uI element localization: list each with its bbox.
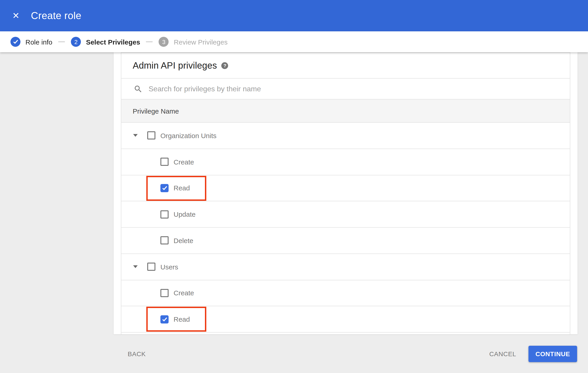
row-users-create: Create [121, 280, 570, 306]
collapse-arrow-icon[interactable] [133, 134, 138, 137]
checkbox-ou-update[interactable] [160, 210, 168, 218]
content-area: Admin API privileges ? Privilege Name [0, 52, 588, 335]
step-number-badge: 3 [159, 37, 169, 47]
step-connector [146, 41, 153, 42]
row-users-read: Read [121, 306, 570, 333]
close-icon[interactable]: ✕ [11, 11, 21, 20]
section-heading: Admin API privileges [133, 60, 217, 71]
step-role-info[interactable]: Role info [10, 37, 52, 47]
privilege-label: Update [174, 210, 196, 218]
cancel-button[interactable]: CANCEL [489, 350, 516, 358]
row-ou-read: Read [121, 175, 570, 201]
checkbox-organization-units[interactable] [147, 132, 155, 140]
row-ou-delete: Delete [121, 228, 570, 254]
privilege-label: Create [174, 158, 194, 166]
search-input[interactable] [149, 85, 439, 93]
step-review-privileges[interactable]: 3 Review Privileges [159, 37, 228, 47]
checkbox-ou-delete[interactable] [160, 237, 168, 245]
privileges-card: Admin API privileges ? Privilege Name [114, 52, 578, 334]
app-bar: ✕ Create role [0, 0, 588, 31]
privilege-label: Users [160, 263, 178, 270]
search-icon [134, 84, 143, 93]
row-users: Users [121, 254, 570, 280]
privilege-search-row [121, 79, 570, 100]
step-label: Review Privileges [174, 38, 228, 46]
step-connector [58, 41, 65, 42]
table-header-row: Privilege Name [121, 100, 570, 123]
checkbox-users[interactable] [147, 263, 155, 271]
section-heading-row: Admin API privileges ? [121, 53, 570, 79]
column-header: Privilege Name [133, 107, 179, 115]
privilege-label: Create [174, 289, 194, 297]
step-label: Select Privileges [86, 38, 140, 46]
create-role-dialog: ✕ Create role Role info 2 Select Privile… [0, 0, 588, 373]
row-ou-update: Update [121, 201, 570, 228]
privilege-label: Organization Units [160, 132, 217, 139]
step-label: Role info [25, 38, 52, 46]
privilege-label: Read [174, 184, 190, 192]
clipped-row [121, 332, 570, 334]
checkbox-ou-create[interactable] [160, 158, 168, 166]
privileges-table: Admin API privileges ? Privilege Name [121, 52, 570, 334]
dialog-title: Create role [31, 10, 81, 21]
stepper: Role info 2 Select Privileges 3 Review P… [0, 31, 588, 52]
privilege-label: Delete [174, 237, 193, 244]
footer-bar: BACK CANCEL CONTINUE [0, 335, 588, 373]
back-button[interactable]: BACK [128, 350, 146, 358]
continue-button[interactable]: CONTINUE [528, 346, 577, 362]
help-icon[interactable]: ? [221, 62, 228, 69]
privilege-label: Read [174, 315, 190, 323]
checkbox-users-read[interactable] [160, 315, 168, 323]
step-select-privileges[interactable]: 2 Select Privileges [71, 37, 140, 47]
checkbox-users-create[interactable] [160, 289, 168, 297]
checkbox-ou-read[interactable] [160, 184, 168, 192]
step-number-badge: 2 [71, 37, 81, 47]
step-complete-check-icon [10, 37, 21, 47]
row-organization-units: Organization Units [121, 123, 570, 149]
collapse-arrow-icon[interactable] [133, 265, 138, 268]
row-ou-create: Create [121, 149, 570, 175]
